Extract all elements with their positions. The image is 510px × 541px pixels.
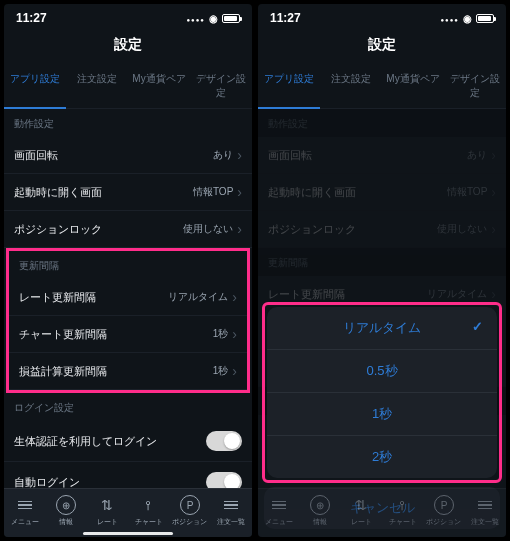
status-bar: 11:27 <box>258 4 506 32</box>
position-icon: P <box>180 495 200 515</box>
row-startup-screen[interactable]: 起動時に開く画面情報TOP <box>4 174 252 211</box>
menu-icon <box>15 495 35 515</box>
tab-app-settings[interactable]: アプリ設定 <box>4 64 66 108</box>
chevron-right-icon <box>232 326 237 342</box>
status-bar: 11:27 <box>4 4 252 32</box>
chevron-right-icon <box>232 289 237 305</box>
globe-icon: ⊕ <box>56 495 76 515</box>
rate-icon: ⇅ <box>97 495 117 515</box>
row-biometric-login[interactable]: 生体認証を利用してログイン <box>4 421 252 462</box>
content: 動作設定 画面回転あり 起動時に開く画面情報TOP ポジションロック使用しない … <box>4 109 252 488</box>
battery-icon <box>476 14 494 23</box>
menu-icon <box>269 495 289 515</box>
sheet-option-realtime[interactable]: リアルタイム <box>267 307 497 350</box>
battery-icon <box>222 14 240 23</box>
chevron-right-icon <box>237 184 242 200</box>
status-icons <box>441 11 495 25</box>
chevron-right-icon <box>237 147 242 163</box>
home-indicator <box>83 532 173 535</box>
toggle-biometric[interactable] <box>206 431 242 451</box>
tab-design[interactable]: デザイン設定 <box>190 64 252 108</box>
row-auto-login[interactable]: 自動ログイン <box>4 462 252 488</box>
tab-design[interactable]: デザイン設定 <box>444 64 506 108</box>
rate-icon: ⇅ <box>351 495 371 515</box>
status-time: 11:27 <box>270 11 301 25</box>
tabs: アプリ設定 注文設定 My通貨ペア デザイン設定 <box>258 64 506 109</box>
bb-rate[interactable]: ⇅レート <box>341 495 382 527</box>
row-chart-refresh[interactable]: チャート更新間隔1秒 <box>9 316 247 353</box>
tab-my-pairs[interactable]: My通貨ペア <box>382 64 444 108</box>
status-time: 11:27 <box>16 11 47 25</box>
action-sheet-highlight: リアルタイム 0.5秒 1秒 2秒 <box>262 302 502 483</box>
tab-my-pairs[interactable]: My通貨ペア <box>128 64 190 108</box>
page-title: 設定 <box>258 32 506 64</box>
orders-icon <box>221 495 241 515</box>
sheet-option-1s[interactable]: 1秒 <box>267 393 497 436</box>
signal-icon <box>441 11 460 25</box>
bottom-bar: メニュー ⊕情報 ⇅レート ⫯チャート Pポジション 注文一覧 <box>258 488 506 537</box>
bb-menu[interactable]: メニュー <box>4 495 45 527</box>
phone-left: 11:27 設定 アプリ設定 注文設定 My通貨ペア デザイン設定 動作設定 画… <box>4 4 252 537</box>
toggle-auto-login[interactable] <box>206 472 242 488</box>
chart-icon: ⫯ <box>139 495 159 515</box>
row-rate-refresh[interactable]: レート更新間隔リアルタイム <box>9 279 247 316</box>
bb-chart[interactable]: ⫯チャート <box>128 495 169 527</box>
section-login: ログイン設定 <box>4 393 252 421</box>
bottom-bar: メニュー ⊕情報 ⇅レート ⫯チャート Pポジション 注文一覧 <box>4 488 252 537</box>
bb-position[interactable]: Pポジション <box>423 495 464 527</box>
status-icons <box>187 11 241 25</box>
bb-chart[interactable]: ⫯チャート <box>382 495 423 527</box>
bb-orders[interactable]: 注文一覧 <box>465 495 506 527</box>
bb-orders[interactable]: 注文一覧 <box>211 495 252 527</box>
section-refresh: 更新間隔 <box>9 251 247 279</box>
wifi-icon <box>209 11 218 25</box>
position-icon: P <box>434 495 454 515</box>
orders-icon <box>475 495 495 515</box>
bb-menu[interactable]: メニュー <box>258 495 299 527</box>
tab-order-settings[interactable]: 注文設定 <box>66 64 128 108</box>
bb-rate[interactable]: ⇅レート <box>87 495 128 527</box>
wifi-icon <box>463 11 472 25</box>
bb-info[interactable]: ⊕情報 <box>45 495 86 527</box>
sheet-option-2s[interactable]: 2秒 <box>267 436 497 478</box>
row-position-lock[interactable]: ポジションロック使用しない <box>4 211 252 248</box>
page-title: 設定 <box>4 32 252 64</box>
tab-order-settings[interactable]: 注文設定 <box>320 64 382 108</box>
bb-info[interactable]: ⊕情報 <box>299 495 340 527</box>
sheet-option-05s[interactable]: 0.5秒 <box>267 350 497 393</box>
bb-position[interactable]: Pポジション <box>169 495 210 527</box>
action-sheet: リアルタイム 0.5秒 1秒 2秒 <box>267 307 497 478</box>
chart-icon: ⫯ <box>393 495 413 515</box>
row-pl-refresh[interactable]: 損益計算更新間隔1秒 <box>9 353 247 390</box>
signal-icon <box>187 11 206 25</box>
chevron-right-icon <box>237 221 242 237</box>
tabs: アプリ設定 注文設定 My通貨ペア デザイン設定 <box>4 64 252 109</box>
highlight-refresh-section: 更新間隔 レート更新間隔リアルタイム チャート更新間隔1秒 損益計算更新間隔1秒 <box>6 248 250 393</box>
row-rotation[interactable]: 画面回転あり <box>4 137 252 174</box>
tab-app-settings[interactable]: アプリ設定 <box>258 64 320 108</box>
chevron-right-icon <box>232 363 237 379</box>
phone-right: 11:27 設定 アプリ設定 注文設定 My通貨ペア デザイン設定 動作設定 画… <box>258 4 506 537</box>
globe-icon: ⊕ <box>310 495 330 515</box>
section-behavior: 動作設定 <box>4 109 252 137</box>
